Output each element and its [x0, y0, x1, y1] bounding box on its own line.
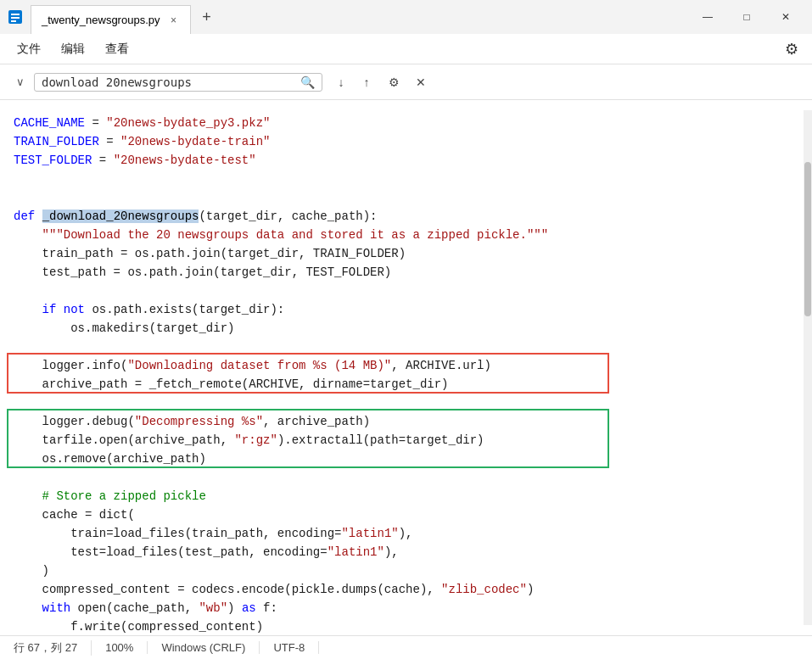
- window-controls: — □ ✕: [688, 3, 805, 31]
- tab-area: _twenty_newsgroups.py × +: [31, 0, 688, 34]
- code-line-16: [14, 394, 812, 412]
- status-bar: 行 67，列 27 100% Windows (CRLF) UTF-8: [0, 635, 812, 659]
- code-line-22: cache = dict(: [14, 505, 812, 524]
- active-tab[interactable]: _twenty_newsgroups.py ×: [31, 5, 191, 34]
- tab-close-button[interactable]: ×: [166, 14, 180, 27]
- maximize-button[interactable]: □: [727, 3, 766, 31]
- title-bar: _twenty_newsgroups.py × + — □ ✕: [0, 0, 812, 34]
- code-line-4: [14, 170, 812, 188]
- minimize-button[interactable]: —: [688, 3, 727, 31]
- search-filter-button[interactable]: ⚙: [382, 70, 406, 94]
- code-line-9: test_path = os.path.join(target_dir, TES…: [14, 263, 812, 282]
- code-line-26: compressed_content = codecs.encode(pickl…: [14, 580, 812, 599]
- code-line-1: CACHE_NAME = "20news-bydate_py3.pkz": [14, 114, 812, 132]
- code-line-20: [14, 468, 812, 487]
- menu-edit[interactable]: 编辑: [51, 38, 95, 60]
- new-tab-button[interactable]: +: [194, 5, 218, 29]
- code-line-17: logger.debug("Decompressing %s", archive…: [14, 412, 812, 431]
- app-icon: [7, 8, 24, 25]
- line-ending: Windows (CRLF): [148, 641, 260, 654]
- search-chevron-icon[interactable]: ∨: [10, 72, 31, 92]
- code-line-6: def _download_20newsgroups(target_dir, c…: [14, 207, 812, 226]
- svg-rect-3: [11, 20, 16, 22]
- search-down-button[interactable]: ↓: [329, 70, 353, 94]
- encoding: UTF-8: [260, 641, 319, 654]
- code-line-5: [14, 188, 812, 207]
- menu-file[interactable]: 文件: [7, 38, 51, 60]
- code-line-27: with open(cache_path, "wb") as f:: [14, 599, 812, 617]
- search-close-button[interactable]: ✕: [409, 70, 433, 94]
- code-area-inner: CACHE_NAME = "20news-bydate_py3.pkz"TRAI…: [0, 110, 812, 625]
- close-button[interactable]: ✕: [766, 3, 805, 31]
- search-input-container: 🔍: [34, 73, 322, 92]
- search-up-button[interactable]: ↑: [355, 70, 378, 94]
- code-line-14: logger.info("Downloading dataset from %s…: [14, 356, 812, 375]
- code-wrapper: CACHE_NAME = "20news-bydate_py3.pkz"TRAI…: [0, 110, 812, 635]
- search-icon[interactable]: 🔍: [300, 75, 315, 89]
- search-bar: ∨ 🔍 ↓ ↑ ⚙ ✕: [0, 64, 812, 100]
- code-line-25: ): [14, 561, 812, 580]
- code-line-23: train=load_files(train_path, encoding="l…: [14, 524, 812, 543]
- code-line-13: [14, 338, 812, 356]
- menu-view[interactable]: 查看: [95, 38, 139, 60]
- zoom-level: 100%: [92, 641, 148, 654]
- search-input[interactable]: [42, 75, 295, 89]
- code-line-24: test=load_files(test_path, encoding="lat…: [14, 543, 812, 561]
- code-line-11: if not os.path.exists(target_dir):: [14, 300, 812, 319]
- code-line-3: TEST_FOLDER = "20news-bydate-test": [14, 151, 812, 170]
- svg-rect-1: [11, 14, 20, 15]
- tab-label: _twenty_newsgroups.py: [42, 14, 160, 26]
- search-navigation: ↓ ↑ ⚙ ✕: [329, 70, 433, 94]
- code-line-2: TRAIN_FOLDER = "20news-bydate-train": [14, 132, 812, 151]
- svg-rect-2: [11, 17, 20, 19]
- code-line-10: [14, 282, 812, 300]
- code-line-15: archive_path = _fetch_remote(ARCHIVE, di…: [14, 375, 812, 394]
- code-line-21: # Store a zipped pickle: [14, 487, 812, 505]
- code-line-18: tarfile.open(archive_path, "r:gz").extra…: [14, 431, 812, 450]
- code-line-12: os.makedirs(target_dir): [14, 319, 812, 338]
- cursor-position: 行 67，列 27: [14, 640, 92, 656]
- code-line-7: """Download the 20 newsgroups data and s…: [14, 226, 812, 244]
- code-line-28: f.write(compressed_content): [14, 617, 812, 635]
- code-line-8: train_path = os.path.join(target_dir, TR…: [14, 244, 812, 263]
- settings-icon[interactable]: ⚙: [778, 36, 805, 62]
- menu-bar: 文件 编辑 查看 ⚙: [0, 34, 812, 64]
- code-area: CACHE_NAME = "20news-bydate_py3.pkz"TRAI…: [0, 100, 812, 635]
- code-line-19: os.remove(archive_path): [14, 450, 812, 468]
